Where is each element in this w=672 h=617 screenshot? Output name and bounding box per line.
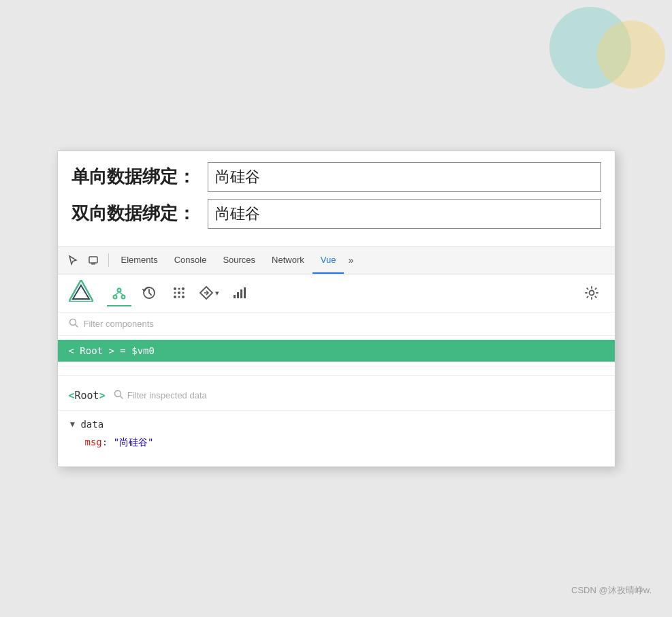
history-icon-btn[interactable] — [137, 281, 161, 305]
watermark: CSDN @沐孜晴峥w. — [571, 584, 652, 597]
two-way-label: 双向数据绑定： — [71, 202, 208, 225]
vue-toolbar: ▾ — [58, 274, 615, 313]
data-section-label: data — [80, 419, 103, 430]
filter-components-bar — [58, 313, 615, 336]
component-tag: < Root > = $vm0 — [69, 345, 155, 356]
filter-search-icon — [69, 318, 78, 330]
svg-rect-20 — [237, 292, 239, 298]
tab-vue[interactable]: Vue — [313, 247, 345, 274]
inspect-title: <Root> — [69, 390, 106, 402]
svg-point-18 — [178, 296, 180, 298]
router-icon-btn[interactable]: ▾ — [197, 281, 221, 305]
svg-rect-22 — [244, 287, 246, 298]
tab-console[interactable]: Console — [166, 247, 215, 274]
svg-point-15 — [174, 292, 176, 294]
inspect-header: <Root> — [58, 384, 615, 411]
two-way-input[interactable] — [208, 199, 601, 229]
vuex-icon-btn[interactable] — [167, 281, 191, 305]
svg-point-14 — [178, 291, 180, 294]
svg-point-12 — [174, 296, 176, 298]
performance-icon-btn[interactable] — [227, 281, 251, 305]
vue-logo — [69, 280, 93, 306]
components-icon-btn[interactable] — [107, 281, 131, 305]
data-section: ▼ data msg: "尚硅谷" — [58, 411, 615, 458]
one-way-label: 单向数据绑定： — [71, 165, 208, 189]
svg-point-10 — [174, 287, 176, 290]
svg-rect-19 — [234, 295, 236, 298]
one-way-binding-row: 单向数据绑定： — [71, 162, 601, 192]
svg-rect-0 — [89, 257, 97, 263]
browser-window: 单向数据绑定： 双向数据绑定： Elements Console — [57, 151, 615, 467]
one-way-input[interactable] — [208, 162, 601, 192]
cursor-icon-btn[interactable] — [63, 251, 82, 270]
svg-point-16 — [182, 292, 184, 294]
tab-sources[interactable]: Sources — [214, 247, 263, 274]
data-collapse-arrow: ▼ — [69, 420, 77, 429]
app-content: 单向数据绑定： 双向数据绑定： — [58, 151, 615, 247]
svg-line-8 — [119, 292, 123, 296]
svg-line-27 — [120, 396, 123, 399]
inspect-search-icon — [114, 390, 123, 401]
component-tree: < Root > = $vm0 — [58, 336, 615, 366]
svg-rect-21 — [240, 289, 242, 298]
inspect-filter-input[interactable] — [127, 390, 604, 400]
data-props: msg: "尚硅谷" — [69, 435, 604, 450]
svg-point-23 — [589, 291, 594, 296]
svg-point-5 — [113, 296, 116, 299]
vue-devtools-panel: ▾ — [58, 274, 615, 466]
prop-row-msg: msg: "尚硅谷" — [85, 435, 604, 450]
data-section-header[interactable]: ▼ data — [69, 419, 604, 430]
svg-point-17 — [178, 288, 180, 290]
devtools-tab-bar: Elements Console Sources Network Vue » — [58, 247, 615, 274]
filter-components-input[interactable] — [84, 319, 604, 329]
tab-elements[interactable]: Elements — [113, 247, 166, 274]
svg-point-13 — [182, 296, 185, 298]
two-way-binding-row: 双向数据绑定： — [71, 199, 601, 229]
vue-toolbar-icons: ▾ — [107, 281, 604, 305]
svg-line-7 — [115, 292, 119, 296]
settings-icon-btn[interactable] — [579, 281, 604, 305]
svg-point-4 — [117, 289, 121, 292]
device-icon-btn[interactable] — [84, 251, 103, 270]
root-component-item[interactable]: < Root > = $vm0 — [58, 340, 615, 362]
inspect-panel: <Root> ▼ data msg: "尚硅谷" — [58, 376, 615, 466]
svg-marker-3 — [73, 285, 89, 299]
tab-network[interactable]: Network — [263, 247, 313, 274]
tab-separator — [108, 253, 109, 267]
svg-point-6 — [121, 296, 125, 299]
prop-key-msg: msg — [85, 437, 102, 447]
prop-value-msg: "尚硅谷" — [114, 437, 154, 447]
svg-rect-1 — [91, 264, 95, 265]
spacer — [58, 366, 615, 376]
more-tabs-btn[interactable]: » — [344, 252, 357, 268]
svg-line-25 — [75, 324, 78, 327]
svg-point-11 — [182, 287, 185, 290]
